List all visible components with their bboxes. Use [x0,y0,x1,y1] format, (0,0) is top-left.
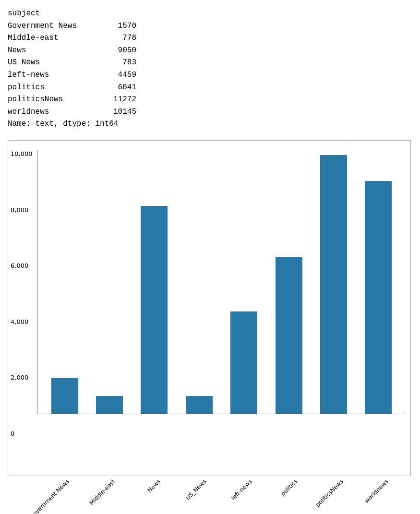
x-label-text: Government News [28,478,71,514]
bar [365,181,392,414]
x-label-item: Government News [41,478,87,514]
table-row: left-news4459 [8,69,412,82]
row-label: US_News [8,57,104,69]
x-label-item: worldnews [360,478,406,514]
row-value: 4459 [108,69,136,82]
chart-container: 02,0004,0006,0008,00010,000 [8,140,411,476]
table-header-row: subject [8,8,412,20]
bar-group [87,155,132,414]
x-label-text: left-news [230,478,253,502]
row-label: News [8,45,104,57]
table-row: politics6841 [8,82,412,94]
table-row: politicsNews11272 [8,94,412,106]
table-header-label: subject [8,8,104,20]
bar-group [266,155,311,414]
table-row: Middle-east778 [8,32,412,45]
x-label-text: News [146,478,162,494]
bar-group [177,155,221,414]
row-value: 10145 [108,106,136,119]
bar [51,378,78,414]
row-label: Government News [8,20,104,33]
x-label-item: left-news [224,478,269,514]
row-value: 6841 [108,82,136,94]
x-label-item: US_News [178,478,224,514]
chart-outer: 02,0004,0006,0008,00010,000 Government N… [8,140,411,514]
row-label: politicsNews [8,94,104,106]
table-footer-text: Name: text, dtype: int64 [8,118,118,131]
bar-group [311,155,356,414]
bar [230,311,257,414]
row-value: 1570 [108,20,136,33]
y-axis-labels: 02,0004,0006,0008,00010,000 [11,150,33,437]
y-tick-label: 10,000 [11,150,33,157]
x-labels-row: Government NewsMiddle-eastNewsUS_Newslef… [8,478,411,514]
bar [276,257,302,414]
table-row: worldnews10145 [8,106,412,119]
bar [320,155,347,414]
x-label-item: News [132,478,178,514]
table-row: US_News783 [8,57,412,69]
x-label-item: Middle-east [87,478,132,514]
x-label-text: worldnews [363,478,390,504]
chart-area: 02,0004,0006,0008,00010,000 [37,150,406,437]
row-value: 9050 [108,45,136,57]
row-label: politics [8,82,104,94]
row-value: 783 [108,57,136,69]
row-label: left-news [8,69,104,82]
bar-group [356,155,401,414]
table-row: News9050 [8,45,412,57]
row-label: worldnews [8,106,104,119]
bar [96,396,123,414]
bar [186,396,213,414]
bars-wrapper [37,150,406,414]
x-label-text: US_News [184,478,208,502]
x-label-text: politicsNews [314,478,345,508]
y-tick-label: 2,000 [11,374,33,381]
y-tick-label: 8,000 [11,206,33,214]
row-label: Middle-east [8,32,104,45]
bar [141,206,168,414]
x-label-text: Middle-east [88,478,116,506]
bar-group [222,155,266,414]
x-label-item: politics [269,478,315,514]
bar-group [42,155,87,414]
x-label-text: politics [279,478,299,497]
data-table: subject Government News1570Middle-east77… [8,8,412,131]
table-footer: Name: text, dtype: int64 [8,118,412,131]
table-row: Government News1570 [8,20,412,33]
x-label-item: politicsNews [315,478,360,514]
y-tick-label: 4,000 [11,318,33,325]
row-value: 11272 [108,94,136,106]
row-value: 778 [108,32,136,45]
y-tick-label: 6,000 [11,262,33,269]
bar-group [132,155,177,414]
y-tick-label: 0 [11,430,33,437]
